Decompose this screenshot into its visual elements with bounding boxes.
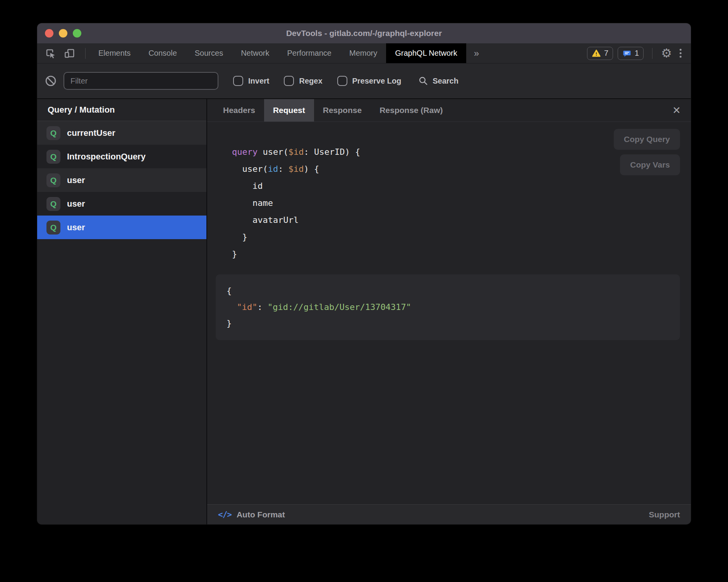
- inspect-element-icon[interactable]: [44, 47, 57, 60]
- search-label: Search: [433, 77, 458, 86]
- regex-checkbox[interactable]: [284, 76, 294, 86]
- regex-checkbox-group: Regex: [284, 76, 322, 86]
- copy-vars-button[interactable]: Copy Vars: [620, 154, 680, 175]
- tab-graphql-network[interactable]: GraphQL Network: [386, 43, 466, 63]
- filter-bar: Invert Regex Preserve Log Search: [37, 63, 691, 99]
- tab-request[interactable]: Request: [264, 99, 314, 122]
- warning-icon: [592, 49, 601, 58]
- settings-gear-icon[interactable]: ⚙: [661, 47, 672, 59]
- query-list-item[interactable]: Q currentUser: [37, 121, 206, 145]
- invert-checkbox-group: Invert: [233, 76, 269, 86]
- more-tabs-icon[interactable]: »: [466, 43, 487, 63]
- devtools-window: DevTools - gitlab.com/-/graphql-explorer…: [37, 23, 691, 524]
- copy-query-button[interactable]: Copy Query: [614, 129, 680, 150]
- search-icon: [418, 76, 428, 86]
- sidebar-header: Query / Mutation: [37, 99, 206, 121]
- tab-network[interactable]: Network: [232, 43, 278, 63]
- message-icon: [622, 49, 632, 58]
- device-toolbar-icon[interactable]: [63, 47, 76, 60]
- query-type-badge: Q: [46, 197, 60, 211]
- message-count: 1: [635, 49, 639, 58]
- main-tab-bar: Elements Console Sources Network Perform…: [89, 43, 487, 63]
- auto-format-label: Auto Format: [237, 510, 285, 519]
- query-type-badge: Q: [46, 150, 60, 164]
- query-list-item[interactable]: Q IntrospectionQuery: [37, 145, 206, 168]
- auto-format-button[interactable]: </> Auto Format: [218, 510, 285, 519]
- detail-panel: Headers Request Response Response (Raw) …: [207, 99, 691, 524]
- close-detail-icon[interactable]: ✕: [668, 102, 685, 119]
- code-brackets-icon: </>: [218, 510, 232, 519]
- query-list-item[interactable]: Q user: [37, 192, 206, 216]
- tab-headers[interactable]: Headers: [214, 99, 264, 122]
- tab-memory[interactable]: Memory: [340, 43, 386, 63]
- tab-response[interactable]: Response: [314, 99, 371, 122]
- preserve-log-checkbox[interactable]: [337, 76, 347, 86]
- search-control[interactable]: Search: [418, 76, 458, 86]
- messages-badge[interactable]: 1: [618, 47, 644, 60]
- request-panel-body: Copy Query Copy Vars query user($id: Use…: [207, 122, 691, 504]
- query-type-badge: Q: [46, 126, 60, 140]
- query-type-badge: Q: [46, 221, 60, 235]
- detail-tab-bar: Headers Request Response Response (Raw) …: [207, 99, 691, 122]
- toolbar-divider: [85, 48, 86, 59]
- warning-count: 7: [604, 49, 608, 58]
- title-bar: DevTools - gitlab.com/-/graphql-explorer: [37, 23, 691, 43]
- tab-response-raw[interactable]: Response (Raw): [371, 99, 452, 122]
- query-variables-block: { "id": "gid://gitlab/User/13704317"}: [216, 274, 680, 340]
- devtools-toolbar: Elements Console Sources Network Perform…: [37, 43, 691, 63]
- query-list-item[interactable]: Q user: [37, 168, 206, 192]
- warnings-badge[interactable]: 7: [587, 47, 613, 60]
- query-list-item-selected[interactable]: Q user: [37, 216, 206, 239]
- window-title: DevTools - gitlab.com/-/graphql-explorer: [37, 29, 691, 38]
- clear-block-icon[interactable]: [44, 74, 57, 87]
- query-type-badge: Q: [46, 173, 60, 187]
- toolbar-divider: [652, 48, 652, 59]
- regex-label: Regex: [299, 77, 322, 86]
- invert-label: Invert: [248, 77, 269, 86]
- query-list-sidebar: Query / Mutation Q currentUser Q Introsp…: [37, 99, 207, 524]
- invert-checkbox[interactable]: [233, 76, 243, 86]
- tab-elements[interactable]: Elements: [89, 43, 139, 63]
- preserve-log-label: Preserve Log: [352, 77, 402, 86]
- preserve-log-checkbox-group: Preserve Log: [337, 76, 402, 86]
- tab-sources[interactable]: Sources: [186, 43, 232, 63]
- more-options-icon[interactable]: [676, 49, 685, 58]
- panel-footer: </> Auto Format Support: [207, 504, 691, 524]
- support-link[interactable]: Support: [649, 510, 680, 519]
- filter-input[interactable]: [64, 72, 218, 90]
- tab-console[interactable]: Console: [139, 43, 185, 63]
- tab-performance[interactable]: Performance: [278, 43, 341, 63]
